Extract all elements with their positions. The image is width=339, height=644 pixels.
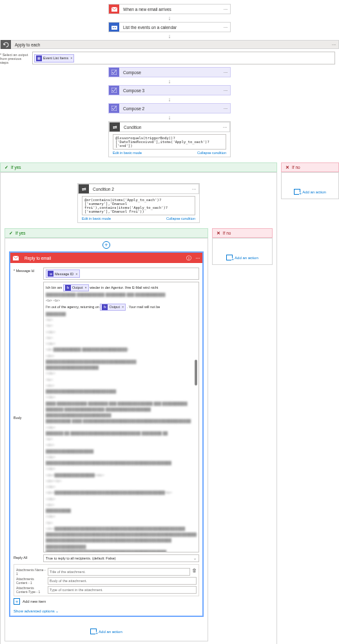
remove-token-icon[interactable]: × xyxy=(122,304,124,309)
branch-if-no[interactable]: ✕ If no xyxy=(212,228,273,238)
add-action-icon xyxy=(226,255,233,260)
edit-basic-mode-link[interactable]: Edit in basic mode xyxy=(82,217,111,220)
att-name-label: Attachments Name - 1 xyxy=(16,568,46,576)
show-advanced-link[interactable]: Show advanced options ⌄ xyxy=(14,609,199,613)
svg-rect-3 xyxy=(113,27,114,28)
apply-to-each-header[interactable]: Apply to each ··· xyxy=(0,40,339,49)
att-content-label: Attachments Content - 1 xyxy=(16,577,46,585)
select-output-field[interactable]: ▦ Event List Items × xyxy=(32,52,335,64)
message-id-field[interactable]: ✉ Message ID × xyxy=(43,268,199,280)
delete-icon[interactable]: 🗑 xyxy=(192,568,197,576)
add-action-icon xyxy=(90,629,97,634)
svg-rect-4 xyxy=(115,27,116,28)
branch-if-yes[interactable]: ✓ If yes xyxy=(5,228,208,238)
menu-icon[interactable]: ··· xyxy=(221,70,230,75)
branch-if-no[interactable]: ✕ If no xyxy=(281,162,339,172)
body-label: Body xyxy=(14,415,43,420)
arrow-icon: ↓ xyxy=(0,95,339,103)
menu-icon[interactable]: ··· xyxy=(221,24,230,30)
token-message-id[interactable]: ✉ Message ID × xyxy=(46,269,80,278)
add-action-icon xyxy=(294,189,300,195)
arrow-icon: ↓ xyxy=(0,77,339,85)
list-events-card[interactable]: List the events on a calendar ··· xyxy=(108,22,231,32)
menu-icon[interactable]: ··· xyxy=(220,124,229,130)
att-type-label: Attachments Content-Type - 1 xyxy=(16,586,46,594)
compose-title: Compose 2 xyxy=(119,106,221,111)
add-action-button[interactable]: Add an action xyxy=(9,629,204,634)
select-output-label: * Select an output from previous steps xyxy=(0,52,28,64)
trigger-title: When a new email arrives xyxy=(119,7,221,12)
fx-token-output[interactable]: fxOutput× xyxy=(63,284,89,291)
mail-icon xyxy=(10,253,21,262)
compose-title: Compose xyxy=(119,70,221,75)
compose-icon xyxy=(109,104,119,113)
arrow-icon: ↓ xyxy=(0,14,339,22)
remove-token-icon[interactable]: × xyxy=(84,285,86,290)
insert-step-button[interactable]: + xyxy=(102,241,110,249)
chevron-down-icon[interactable]: ⌄ xyxy=(193,556,197,560)
x-icon: ✕ xyxy=(286,165,289,170)
collapse-condition-link[interactable]: Collapse condition xyxy=(197,151,226,155)
check-icon: ✓ xyxy=(5,165,8,170)
condition-icon: ⇄ xyxy=(110,122,120,132)
condition2-card[interactable]: ⇄ Condition 2 ··· @or(contains(items('Ap… xyxy=(77,183,200,223)
compose-title: Compose 3 xyxy=(119,88,221,93)
condition-icon: ⇄ xyxy=(79,184,89,193)
condition-title: Condition xyxy=(120,125,220,130)
compose-card[interactable]: Compose 2 ··· xyxy=(108,103,231,113)
message-id-label: * Message Id xyxy=(14,268,43,280)
foreach-title: Apply to each xyxy=(11,43,329,47)
list-events-title: List the events on a calendar xyxy=(119,25,221,30)
remove-token-icon[interactable]: × xyxy=(70,56,72,60)
token-event-list-items[interactable]: ▦ Event List Items × xyxy=(34,54,74,63)
trigger-card[interactable]: When a new email arrives ··· xyxy=(108,4,231,14)
scrollbar-thumb[interactable] xyxy=(195,360,197,385)
condition2-expression[interactable]: @or(contains(items('Apply_to_each')?['su… xyxy=(82,196,195,215)
remove-token-icon[interactable]: × xyxy=(75,272,77,276)
reply-title: Reply to email xyxy=(21,256,184,260)
arrow-icon: ↓ xyxy=(0,113,339,121)
compose-card[interactable]: Compose ··· xyxy=(108,67,231,77)
menu-icon[interactable]: ··· xyxy=(221,6,230,12)
add-action-button[interactable]: Add an action xyxy=(226,255,258,260)
foreach-icon xyxy=(1,40,11,49)
edit-basic-mode-link[interactable]: Edit in basic mode xyxy=(113,151,142,155)
compose-card[interactable]: Compose 3 ··· xyxy=(108,85,231,95)
mail-icon xyxy=(109,5,119,14)
calendar-icon xyxy=(109,23,119,32)
menu-icon[interactable]: ··· xyxy=(221,88,230,93)
body-field[interactable]: Ich bin am fxOutput× wieder in der Agent… xyxy=(43,282,199,552)
menu-icon[interactable]: ··· xyxy=(221,106,230,112)
mail-icon: ✉ xyxy=(48,271,53,277)
menu-icon[interactable]: ··· xyxy=(193,255,202,261)
add-new-item-button[interactable]: + Add new item xyxy=(14,598,199,605)
x-icon: ✕ xyxy=(217,231,220,236)
info-icon[interactable]: ⓘ xyxy=(184,255,193,262)
add-action-button[interactable]: Add an action xyxy=(294,189,326,195)
condition2-title: Condition 2 xyxy=(89,187,189,191)
calendar-icon: ▦ xyxy=(36,55,42,61)
att-name-input[interactable] xyxy=(48,568,190,576)
condition-expression[interactable]: @lessorequals(triggerBody()?['DateTimeRe… xyxy=(113,134,226,150)
menu-icon[interactable]: ··· xyxy=(189,186,199,192)
condition-card[interactable]: ⇄ Condition ··· @lessorequals(triggerBod… xyxy=(108,121,231,157)
check-icon: ✓ xyxy=(9,231,13,236)
reply-all-dropdown[interactable]: True to reply to all recipients. (defaul… xyxy=(43,554,199,562)
fx-token-output[interactable]: fxOutput× xyxy=(100,304,126,311)
collapse-condition-link[interactable]: Collapse condition xyxy=(166,217,195,220)
att-content-input[interactable] xyxy=(48,577,197,585)
reply-all-label: Reply All xyxy=(14,554,43,562)
svg-rect-2 xyxy=(111,24,117,26)
compose-icon xyxy=(109,68,119,77)
menu-icon[interactable]: ··· xyxy=(329,42,338,48)
arrow-icon: ↓ xyxy=(0,32,339,40)
compose-icon xyxy=(109,86,119,95)
att-type-input[interactable] xyxy=(48,586,197,594)
reply-to-email-card[interactable]: Reply to email ⓘ ··· * Message Id xyxy=(9,251,204,617)
branch-if-yes[interactable]: ✓ If yes xyxy=(0,162,277,172)
plus-icon: + xyxy=(14,598,20,605)
